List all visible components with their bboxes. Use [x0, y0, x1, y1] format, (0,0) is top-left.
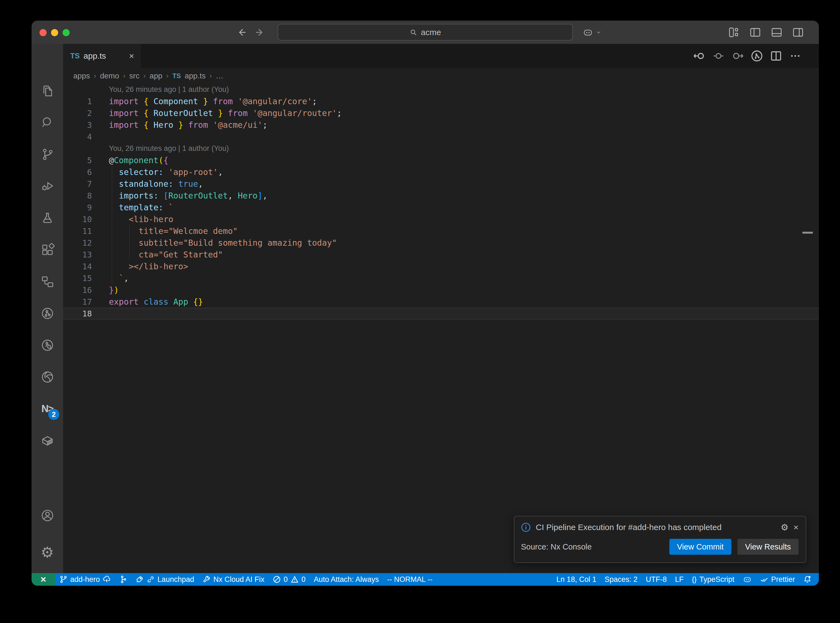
- nx-console-icon[interactable]: N> 2: [32, 393, 63, 425]
- code-line[interactable]: 14 ></lib-hero>: [63, 261, 819, 272]
- minimize-window-button[interactable]: [51, 29, 58, 36]
- run-debug-icon[interactable]: [32, 170, 63, 202]
- extensions-icon[interactable]: [32, 234, 63, 266]
- more-actions-icon[interactable]: [789, 50, 801, 62]
- code-line[interactable]: 15 `,: [63, 272, 819, 284]
- code-line[interactable]: 8 imports: [RouterOutlet, Hero],: [63, 190, 819, 201]
- toggle-secondary-sidebar-icon[interactable]: [792, 27, 804, 38]
- breadcrumb-demo[interactable]: demo: [100, 72, 119, 80]
- breadcrumb-file[interactable]: app.ts: [184, 72, 206, 80]
- line-number[interactable]: 17: [63, 297, 92, 307]
- toggle-panel-icon[interactable]: [771, 27, 782, 38]
- open-changes-icon[interactable]: [713, 50, 725, 62]
- indentation-status[interactable]: Spaces: 2: [600, 573, 642, 586]
- toggle-primary-sidebar-icon[interactable]: [749, 27, 761, 38]
- forward-arrow-icon[interactable]: [255, 27, 266, 38]
- line-number[interactable]: 16: [63, 285, 92, 295]
- line-number[interactable]: 13: [63, 250, 92, 259]
- code-line[interactable]: 2import { RouterOutlet } from '@angular/…: [63, 107, 819, 119]
- eol-status[interactable]: LF: [671, 573, 688, 586]
- gitlens-graph-icon[interactable]: [751, 50, 763, 62]
- tab-app-ts[interactable]: TS app.ts ×: [63, 44, 140, 68]
- problems-status[interactable]: 0 0: [269, 573, 310, 586]
- code-line[interactable]: 17export class App {}: [63, 296, 819, 308]
- gitlens-icon[interactable]: [32, 298, 63, 329]
- maximize-window-button[interactable]: [63, 29, 70, 36]
- back-arrow-icon[interactable]: [236, 27, 247, 38]
- code-line[interactable]: 1import { Component } from '@angular/cor…: [63, 95, 819, 107]
- code-line[interactable]: 18: [63, 308, 819, 319]
- settings-gear-icon[interactable]: ⚙: [32, 536, 63, 568]
- line-number[interactable]: 5: [63, 156, 92, 165]
- swirl-extension-icon[interactable]: [32, 361, 63, 393]
- scrollbar-marker[interactable]: [802, 232, 813, 234]
- line-number[interactable]: 2: [63, 109, 92, 118]
- code-line[interactable]: 4: [63, 131, 819, 143]
- notification-settings-icon[interactable]: ⚙: [781, 523, 789, 532]
- testing-icon[interactable]: [32, 202, 63, 234]
- line-number[interactable]: 9: [63, 203, 92, 212]
- copilot-status[interactable]: [739, 573, 756, 586]
- code-line[interactable]: 9 template: `: [63, 201, 819, 213]
- line-number[interactable]: 1: [63, 97, 92, 106]
- launchpad-status[interactable]: Launchpad: [131, 573, 198, 586]
- commit-graph-status[interactable]: [115, 573, 131, 586]
- line-number[interactable]: 4: [63, 132, 92, 141]
- encoding-status[interactable]: UTF-8: [642, 573, 671, 586]
- split-editor-icon[interactable]: [770, 50, 782, 62]
- code-editor[interactable]: You, 26 minutes ago | 1 author (You)1imp…: [63, 84, 819, 573]
- cursor-position-status[interactable]: Ln 18, Col 1: [552, 573, 600, 586]
- copilot-menu[interactable]: [582, 21, 602, 44]
- close-window-button[interactable]: [40, 29, 47, 36]
- previous-change-icon[interactable]: [693, 50, 705, 62]
- code-line[interactable]: 13 cta="Get Started": [63, 249, 819, 261]
- language-status[interactable]: {} TypeScript: [688, 573, 739, 586]
- breadcrumb-symbol[interactable]: …: [216, 72, 223, 80]
- prettier-status[interactable]: Prettier: [756, 573, 799, 586]
- code-line[interactable]: 3import { Hero } from '@acme/ui';: [63, 119, 819, 131]
- line-number[interactable]: 11: [63, 227, 92, 236]
- blame-text: You, 26 minutes ago | 1 author (You): [109, 84, 229, 95]
- gitlens-inspect-icon[interactable]: [32, 329, 63, 361]
- code-line[interactable]: 5@Component({: [63, 154, 819, 166]
- command-center-search[interactable]: acme: [278, 24, 573, 41]
- nx-cloud-ai-fix-status[interactable]: Nx Cloud AI Fix: [198, 573, 269, 586]
- code-line[interactable]: 7 standalone: true,: [63, 178, 819, 190]
- line-number[interactable]: 7: [63, 180, 92, 189]
- blame-annotation[interactable]: You, 26 minutes ago | 1 author (You): [63, 143, 819, 154]
- next-change-icon[interactable]: [732, 50, 744, 62]
- vim-mode-status[interactable]: -- NORMAL --: [383, 573, 436, 586]
- code-line[interactable]: 10 <lib-hero: [63, 213, 819, 225]
- notifications-status[interactable]: [799, 573, 815, 586]
- branch-status[interactable]: add-hero: [55, 573, 115, 586]
- source-control-icon[interactable]: [32, 138, 63, 170]
- line-number[interactable]: 8: [63, 191, 92, 201]
- project-graph-icon[interactable]: [32, 266, 63, 298]
- breadcrumb-app[interactable]: app: [149, 72, 163, 80]
- remote-indicator[interactable]: [32, 573, 55, 586]
- line-number[interactable]: 10: [63, 215, 92, 224]
- code-line[interactable]: 6 selector: 'app-root',: [63, 166, 819, 178]
- explorer-icon[interactable]: [32, 75, 63, 107]
- code-line[interactable]: 12 subtitle="Build something amazing tod…: [63, 237, 819, 249]
- customize-layout-icon[interactable]: [728, 27, 740, 38]
- line-number[interactable]: 14: [63, 262, 92, 271]
- view-results-button[interactable]: View Results: [737, 539, 799, 555]
- breadcrumb-src[interactable]: src: [129, 72, 139, 80]
- view-commit-button[interactable]: View Commit: [670, 539, 731, 555]
- search-sidebar-icon[interactable]: [32, 107, 63, 138]
- line-number[interactable]: 18: [63, 309, 92, 318]
- container-icon[interactable]: [32, 425, 63, 457]
- breadcrumb-apps[interactable]: apps: [73, 72, 90, 80]
- line-number[interactable]: 12: [63, 238, 92, 248]
- line-number[interactable]: 3: [63, 120, 92, 130]
- tab-close-icon[interactable]: ×: [129, 51, 134, 61]
- blame-annotation[interactable]: You, 26 minutes ago | 1 author (You): [63, 84, 819, 95]
- auto-attach-status[interactable]: Auto Attach: Always: [310, 573, 383, 586]
- line-number[interactable]: 15: [63, 274, 92, 283]
- code-line[interactable]: 16}): [63, 284, 819, 296]
- account-icon[interactable]: [32, 500, 63, 531]
- code-line[interactable]: 11 title="Welcmoe demo": [63, 225, 819, 237]
- line-number[interactable]: 6: [63, 167, 92, 177]
- notification-close-icon[interactable]: ×: [793, 523, 799, 532]
